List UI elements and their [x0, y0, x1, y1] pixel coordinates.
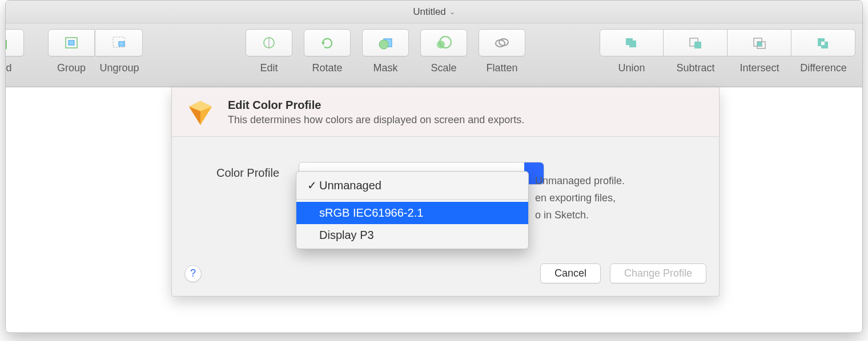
menu-item-display-p3[interactable]: Display P3: [296, 224, 528, 246]
toolbar-label: Edit: [260, 62, 278, 74]
menu-item-label: Unmanaged: [319, 179, 381, 192]
svg-rect-19: [757, 42, 762, 46]
subtract-icon: [688, 36, 704, 50]
toolbar-item-flatten[interactable]: Flatten: [479, 29, 525, 74]
toolbar-item-intersect[interactable]: Intersect: [728, 29, 791, 74]
toolbar-item-rotate[interactable]: Rotate: [304, 29, 351, 74]
checkmark-icon: ✓: [304, 178, 319, 192]
rotate-icon: [319, 35, 335, 50]
toolbar-label: Scale: [431, 62, 456, 74]
toolbar-item-difference[interactable]: Difference: [791, 29, 855, 74]
svg-rect-1: [5, 40, 6, 48]
toolbar-item-scale[interactable]: Scale: [420, 29, 467, 74]
flatten-icon: [493, 35, 511, 50]
menu-separator: [296, 199, 528, 200]
toolbar-item-forward[interactable]: ward: [5, 29, 24, 74]
ungroup-icon: [111, 35, 127, 50]
toolbar-item-edit[interactable]: Edit: [246, 29, 292, 74]
toolbar-label: Mask: [373, 62, 397, 74]
desc-line: Unmanaged profile.: [535, 175, 625, 186]
title-chevron-icon[interactable]: ⌄: [449, 8, 455, 16]
svg-rect-16: [694, 42, 701, 48]
profile-description: Unmanaged profile. en exporting files, o…: [535, 172, 706, 224]
toolbar-label: Group: [57, 62, 86, 74]
window-title: Untitled: [413, 6, 446, 18]
dialog-footer: ? Cancel Change Profile: [172, 257, 719, 296]
cancel-button[interactable]: Cancel: [540, 263, 601, 283]
app-window: Untitled ⌄ ward: [5, 0, 863, 333]
svg-point-14: [499, 39, 508, 46]
color-profile-menu[interactable]: ✓ Unmanaged sRGB IEC61966-2.1 Display P3: [296, 171, 529, 249]
svg-rect-5: [119, 42, 124, 46]
intersect-icon: [752, 36, 767, 50]
group-icon: [63, 35, 79, 50]
toolbar-label: Subtract: [676, 62, 714, 74]
dialog-header: Edit Color Profile This determines how c…: [172, 87, 719, 137]
help-button[interactable]: ?: [184, 265, 202, 282]
union-icon: [624, 36, 640, 50]
toolbar-label: Intersect: [740, 62, 779, 74]
menu-item-unmanaged[interactable]: ✓ Unmanaged: [296, 174, 528, 197]
svg-point-10: [379, 40, 388, 49]
toolbar-label: Flatten: [486, 62, 517, 74]
edit-icon: [261, 35, 277, 50]
dialog-subtitle: This determines how colors are displayed…: [228, 114, 524, 126]
titlebar: Untitled ⌄: [6, 1, 862, 23]
toolbar-item-subtract[interactable]: Subtract: [664, 29, 728, 74]
toolbar-item-union[interactable]: Union: [600, 29, 664, 74]
toolbar-label: ward: [5, 62, 12, 74]
menu-item-label: sRGB IEC61966-2.1: [319, 206, 423, 220]
menu-item-label: Display P3: [319, 229, 374, 242]
sketch-app-icon: [186, 99, 215, 126]
menu-item-srgb[interactable]: sRGB IEC61966-2.1: [296, 202, 528, 224]
toolbar: ward Group: [6, 23, 862, 87]
dialog-title: Edit Color Profile: [228, 99, 524, 112]
color-profile-label: Color Profile: [216, 167, 279, 180]
toolbar-label: Difference: [800, 62, 847, 74]
toolbar-label: Union: [618, 62, 645, 74]
desc-line: en exporting files,: [535, 192, 616, 204]
scale-icon: [435, 35, 452, 50]
forward-icon: [5, 36, 9, 50]
change-profile-button[interactable]: Change Profile: [610, 263, 706, 283]
desc-line: o in Sketch.: [535, 209, 589, 221]
toolbar-label: Rotate: [312, 62, 342, 74]
difference-icon: [815, 36, 831, 50]
toolbar-label: Ungroup: [99, 62, 139, 74]
toolbar-item-group[interactable]: Group: [48, 29, 95, 74]
toolbar-item-ungroup[interactable]: Ungroup: [96, 29, 143, 74]
mask-icon: [377, 35, 394, 50]
toolbar-item-mask[interactable]: Mask: [362, 29, 409, 74]
svg-rect-3: [69, 40, 74, 45]
svg-marker-8: [322, 42, 325, 46]
